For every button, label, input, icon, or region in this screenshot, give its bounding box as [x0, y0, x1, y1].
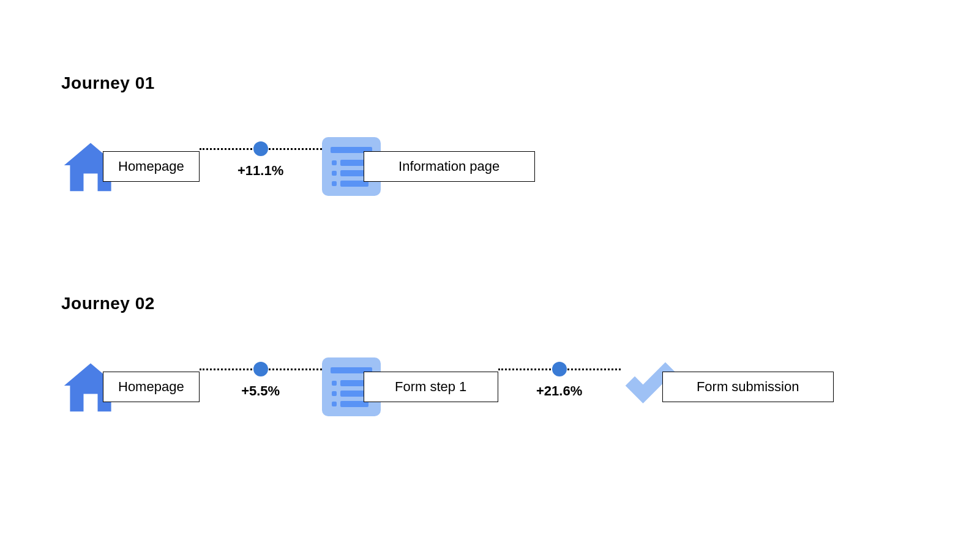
step-label: Homepage — [103, 151, 200, 182]
connector-dot-icon — [253, 362, 268, 376]
step-information-page: Information page — [322, 137, 535, 196]
connector-delta: +11.1% — [238, 163, 283, 179]
journey-1-flow: Homepage +11.1% Information page — [61, 130, 918, 203]
step-form-step-1: Form step 1 — [322, 357, 498, 416]
connector-dot-icon — [552, 362, 567, 376]
journey-2-flow: Homepage +5.5% Form step 1 — [61, 350, 918, 424]
journey-1: Journey 01 Homepage +11.1% — [61, 73, 918, 203]
connector: +5.5% — [200, 362, 322, 411]
step-homepage: Homepage — [61, 357, 200, 416]
step-homepage: Homepage — [61, 137, 200, 196]
connector: +11.1% — [200, 142, 322, 191]
step-form-submission: Form submission — [621, 357, 834, 416]
journey-title: Journey 02 — [61, 294, 918, 313]
step-label: Form submission — [662, 372, 834, 402]
journey-2: Journey 02 Homepage +5.5% — [61, 294, 918, 424]
journey-title: Journey 01 — [61, 73, 918, 93]
connector-delta: +5.5% — [241, 383, 280, 399]
connector: +21.6% — [498, 362, 621, 411]
step-label: Information page — [364, 151, 535, 182]
step-label: Homepage — [103, 372, 200, 402]
connector-dot-icon — [253, 141, 268, 156]
step-label: Form step 1 — [364, 372, 498, 402]
connector-delta: +21.6% — [536, 383, 582, 399]
